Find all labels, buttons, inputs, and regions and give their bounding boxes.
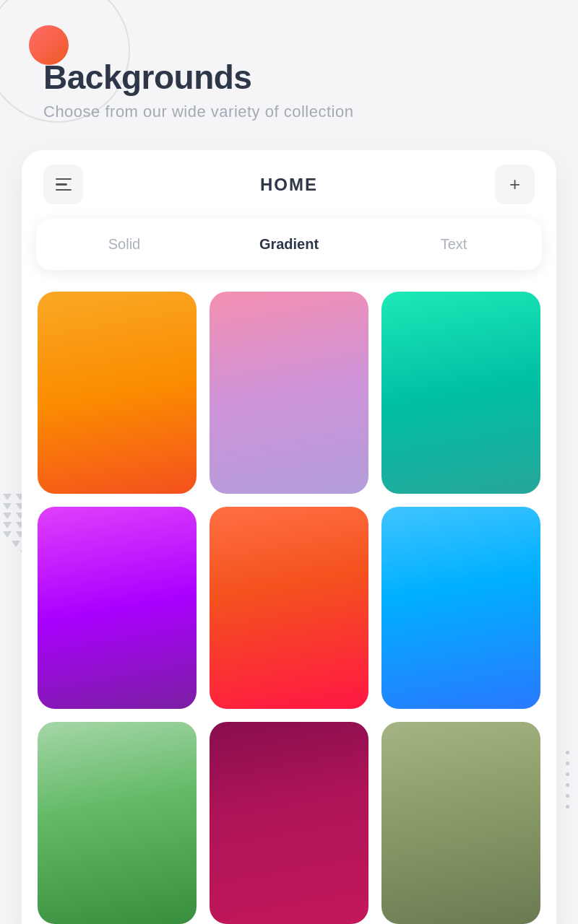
gradient-card-4[interactable]	[38, 507, 197, 709]
header: Backgrounds Choose from our wide variety…	[0, 0, 578, 136]
gradient-card-2[interactable]	[210, 292, 368, 494]
nav-bar: HOME +	[22, 150, 556, 219]
page-title: Backgrounds	[43, 58, 535, 97]
gradient-card-3[interactable]	[381, 292, 540, 494]
tab-solid[interactable]: Solid	[42, 225, 207, 264]
gradient-card-5[interactable]	[210, 507, 368, 709]
gradient-card-8[interactable]	[210, 722, 368, 924]
gradient-grid	[22, 284, 556, 924]
main-card: HOME + Solid Gradient Text	[22, 150, 556, 924]
hamburger-icon	[56, 178, 72, 191]
tabs-panel: Solid Gradient Text	[36, 219, 542, 270]
gradient-card-1[interactable]	[38, 292, 197, 494]
gradient-card-6[interactable]	[381, 507, 540, 709]
tabs-container: Solid Gradient Text	[42, 225, 536, 264]
tab-gradient[interactable]: Gradient	[207, 225, 371, 264]
page-subtitle: Choose from our wide variety of collecti…	[43, 103, 535, 121]
gradient-card-7[interactable]	[38, 722, 197, 924]
nav-title: HOME	[260, 175, 318, 195]
tab-text[interactable]: Text	[371, 225, 536, 264]
gradient-card-9[interactable]	[381, 722, 540, 924]
menu-button[interactable]	[43, 165, 83, 204]
add-button[interactable]: +	[495, 165, 535, 204]
plus-icon: +	[509, 173, 520, 196]
